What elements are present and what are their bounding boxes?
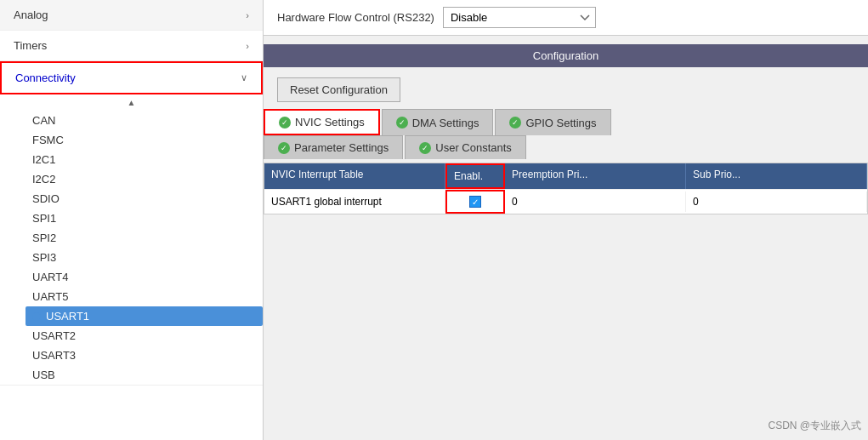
dma-icon: ✓ [396, 117, 408, 129]
sidebar-item-timers[interactable]: Timers › [0, 31, 263, 60]
th-sub: Sub Prio... [686, 163, 867, 189]
sidebar-item-connectivity[interactable]: Connectivity ∨ [0, 61, 263, 94]
th-interrupt: NVIC Interrupt Table [264, 163, 445, 189]
USB-label: USB [32, 369, 55, 381]
analog-label: Analog [14, 9, 48, 21]
sidebar-item-I2C2[interactable]: I2C2 [26, 169, 263, 189]
I2C2-label: I2C2 [32, 173, 55, 186]
config-title: Configuration [533, 49, 599, 62]
reset-configuration-button[interactable]: Reset Configuration [277, 77, 400, 102]
sidebar-section-analog: Analog › [0, 0, 263, 31]
SPI2-label: SPI2 [32, 231, 56, 244]
interrupt-name-label: USART1 global interrupt [271, 196, 382, 208]
preemption-value: 0 [512, 196, 518, 208]
tab-user-label: User Constants [435, 141, 512, 154]
tab-user-constants[interactable]: ✓ User Constants [405, 135, 526, 159]
th-preemption-label: Preemption Pri... [512, 169, 587, 180]
sidebar-item-SPI3[interactable]: SPI3 [26, 248, 263, 267]
tab-gpio-settings[interactable]: ✓ GPIO Settings [495, 109, 610, 135]
th-enabled-label: Enabl. [454, 170, 483, 182]
hardware-flow-control-label: Hardware Flow Control (RS232) [277, 11, 434, 24]
I2C1-label: I2C1 [32, 153, 55, 166]
sidebar: Analog › Timers › Connectivity ∨ ▲ CAN F… [0, 0, 264, 440]
config-section: Configuration Reset Configuration ✓ NVIC… [264, 36, 868, 440]
sidebar-item-SDIO[interactable]: SDIO [26, 189, 263, 209]
th-preemption: Preemption Pri... [505, 163, 686, 189]
sub-value: 0 [693, 196, 699, 208]
sidebar-item-I2C1[interactable]: I2C1 [26, 150, 263, 169]
connectivity-chevron: ∨ [241, 72, 247, 83]
SPI3-label: SPI3 [32, 251, 56, 264]
param-icon: ✓ [278, 142, 290, 154]
tab-dma-label: DMA Settings [412, 117, 479, 129]
tab-param-label: Parameter Settings [294, 141, 389, 154]
sidebar-item-analog[interactable]: Analog › [0, 0, 263, 30]
td-preemption-value[interactable]: 0 [505, 191, 686, 212]
UART5-label: UART5 [32, 290, 68, 303]
USART3-label: USART3 [32, 349, 76, 362]
timers-label: Timers [14, 39, 47, 52]
enabled-checkbox[interactable]: ✓ [469, 196, 481, 208]
sidebar-item-CAN[interactable]: CAN [26, 111, 263, 130]
nvic-table: NVIC Interrupt Table Enabl. Preemption P… [264, 163, 868, 214]
config-title-bar: Configuration [264, 44, 868, 67]
connectivity-sub-items: CAN FSMC I2C1 I2C2 SDIO SPI1 SPI2 SPI3 [0, 111, 263, 385]
FSMC-label: FSMC [32, 134, 64, 146]
sidebar-item-USB[interactable]: USB [26, 365, 263, 385]
tab-nvic-settings[interactable]: ✓ NVIC Settings [264, 109, 380, 135]
reset-config-row: Reset Configuration [264, 67, 868, 109]
CAN-label: CAN [32, 114, 55, 127]
analog-chevron: › [246, 10, 249, 20]
th-interrupt-label: NVIC Interrupt Table [271, 169, 364, 180]
connectivity-label: Connectivity [15, 71, 76, 84]
tab-parameter-settings[interactable]: ✓ Parameter Settings [264, 135, 403, 159]
nvic-table-header: NVIC Interrupt Table Enabl. Preemption P… [264, 163, 867, 189]
tab-dma-settings[interactable]: ✓ DMA Settings [382, 109, 494, 135]
nvic-icon: ✓ [279, 117, 291, 129]
tabs-row-2: ✓ Parameter Settings ✓ User Constants [264, 135, 868, 159]
SPI1-label: SPI1 [32, 212, 56, 225]
USART2-label: USART2 [32, 329, 76, 342]
sidebar-item-FSMC[interactable]: FSMC [26, 130, 263, 150]
tab-gpio-label: GPIO Settings [525, 117, 596, 129]
tabs-row-1: ✓ NVIC Settings ✓ DMA Settings ✓ GPIO Se… [264, 109, 868, 135]
watermark: CSDN @专业嵌入式 [768, 419, 861, 433]
timers-chevron: › [246, 41, 249, 51]
sidebar-item-UART5[interactable]: UART5 [26, 287, 263, 306]
sidebar-item-USART3[interactable]: USART3 [26, 346, 263, 365]
th-enabled: Enabl. [445, 163, 505, 189]
gpio-icon: ✓ [509, 117, 521, 129]
SDIO-label: SDIO [32, 192, 60, 205]
sidebar-item-SPI1[interactable]: SPI1 [26, 209, 263, 228]
sidebar-section-timers: Timers › [0, 31, 263, 61]
tab-nvic-label: NVIC Settings [295, 116, 365, 129]
main-panel: Hardware Flow Control (RS232) Disable CT… [264, 0, 868, 440]
th-sub-label: Sub Prio... [693, 169, 740, 180]
sidebar-item-SPI2[interactable]: SPI2 [26, 228, 263, 248]
table-row: USART1 global interrupt ✓ 0 0 [264, 189, 867, 214]
USART1-dot [32, 312, 41, 321]
sidebar-item-USART1[interactable]: USART1 [26, 306, 263, 326]
sidebar-section-connectivity: Connectivity ∨ ▲ CAN FSMC I2C1 I2C2 SDIO… [0, 61, 263, 386]
hardware-flow-control-select[interactable]: Disable CTS Only RTS Only CTS/RTS [443, 7, 596, 28]
scroll-up-indicator: ▲ [0, 94, 263, 111]
user-icon: ✓ [419, 142, 431, 154]
td-interrupt-name: USART1 global interrupt [264, 191, 445, 212]
main-content: Hardware Flow Control (RS232) Disable CT… [264, 0, 868, 440]
UART4-label: UART4 [32, 271, 68, 283]
td-enabled: ✓ [445, 190, 505, 214]
sidebar-item-UART4[interactable]: UART4 [26, 267, 263, 287]
USART1-label: USART1 [46, 310, 89, 323]
td-sub-value[interactable]: 0 [686, 191, 867, 212]
sidebar-item-USART2[interactable]: USART2 [26, 326, 263, 346]
top-bar: Hardware Flow Control (RS232) Disable CT… [264, 0, 868, 36]
